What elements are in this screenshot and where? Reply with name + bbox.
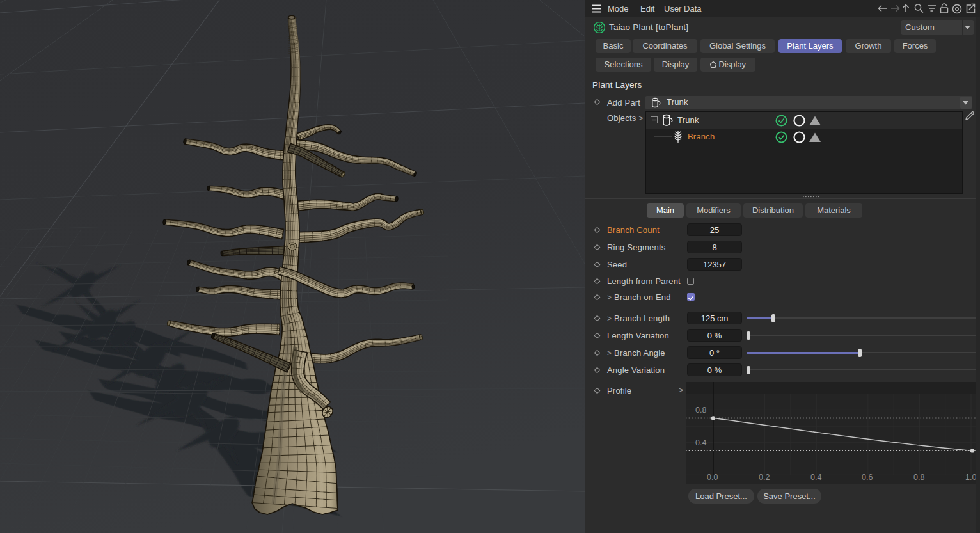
svg-text:0.2: 0.2 — [759, 473, 770, 482]
svg-text:0.8: 0.8 — [695, 406, 706, 415]
svg-text:0.4: 0.4 — [695, 438, 706, 447]
svg-text:0.0: 0.0 — [707, 473, 718, 482]
svg-text:0.8: 0.8 — [913, 473, 924, 482]
svg-text:1.0: 1.0 — [965, 473, 976, 482]
svg-text:0.4: 0.4 — [810, 473, 821, 482]
svg-text:0.6: 0.6 — [862, 473, 873, 482]
